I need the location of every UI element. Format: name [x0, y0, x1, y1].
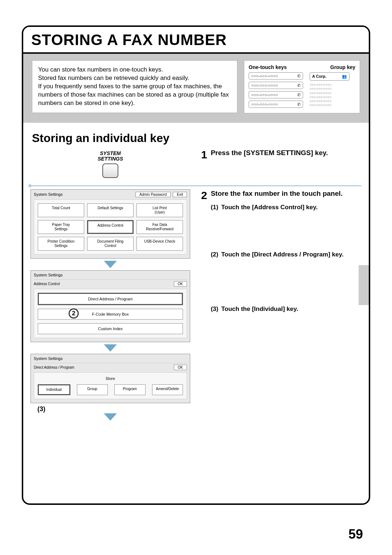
substep-3: Touch the [Individual] key. [221, 305, 298, 313]
arrow-down-icon [104, 413, 117, 421]
paper-tray-button[interactable]: Paper Tray Settings [38, 220, 84, 234]
substep-idx: (1) [211, 204, 219, 211]
page-frame: STORING A FAX NUMBER You can store fax n… [22, 25, 370, 505]
list-print-button[interactable]: List Print (User) [136, 203, 183, 217]
onetouch-key: ○○○-○○○-○○○○✆ [249, 101, 303, 108]
title-band: STORING A FAX NUMBER [23, 27, 369, 54]
phone-icon: ✆ [297, 74, 301, 78]
system-settings-hardkey[interactable] [102, 163, 118, 178]
substep-idx: (2) [211, 251, 219, 258]
breadcrumb: Direct Address / Program [34, 365, 74, 369]
store-label: Store [38, 376, 183, 381]
usb-check-button[interactable]: USB-Device Check [136, 237, 183, 251]
group-button[interactable]: Group [77, 384, 108, 395]
group-key-card: A Corp.👥 [310, 72, 350, 81]
onetouch-label: One-touch keys [249, 64, 287, 70]
step-number-2: 2 [201, 189, 207, 201]
total-count-button[interactable]: Total Count [38, 203, 84, 217]
group-number: ○○○-○○○-○○○○ [310, 83, 350, 87]
side-tab [359, 265, 369, 305]
ok-button[interactable]: OK [174, 281, 187, 287]
callout-3: (3) [37, 405, 45, 413]
step-1-text: Press the [SYSTEM SETTINGS] key. [211, 149, 328, 158]
page-title: STORING A FAX NUMBER [31, 31, 361, 49]
intro-block: You can store fax numbers in one-touch k… [23, 54, 369, 123]
phone-icon: ✆ [297, 102, 301, 107]
step-2-head: Store the fax number in the touch panel. [211, 189, 344, 198]
document-filing-button[interactable]: Document Filing Control [87, 237, 134, 251]
default-settings-button[interactable]: Default Settings [87, 203, 134, 217]
arrow-down-icon [104, 344, 117, 352]
substep-idx: (3) [211, 305, 219, 313]
section-title: Storing an individual key [32, 131, 369, 145]
fcode-memory-box-button[interactable]: F-Code Memory Box 2 [38, 309, 183, 320]
direct-address-program-button[interactable]: Direct Address / Program [38, 293, 183, 305]
individual-button[interactable]: Individual [38, 384, 70, 395]
callout-2: 2 [69, 308, 79, 319]
admin-password-button[interactable]: Admin Password [135, 192, 171, 197]
step-2: System Settings Admin Password Exit Tota… [23, 189, 369, 426]
substep-2: Touch the [Direct Address / Program] key… [221, 251, 343, 258]
ok-button[interactable]: OK [174, 365, 187, 370]
group-number: ○○○-○○○-○○○○ [310, 103, 350, 107]
divider [30, 185, 362, 186]
screen-direct-address: System Settings Direct Address / Program… [30, 354, 190, 403]
amend-delete-button[interactable]: Amend/Delete [152, 384, 183, 395]
phone-icon: ✆ [297, 83, 301, 88]
group-label: Group key [330, 64, 355, 70]
page-number: 59 [348, 527, 363, 542]
program-button[interactable]: Program [114, 384, 146, 395]
screen-address-control: System Settings Address Control OK Direc… [30, 270, 190, 342]
group-number: ○○○-○○○-○○○○ [310, 91, 350, 95]
fax-data-button[interactable]: Fax Data Receive/Forward [136, 220, 183, 234]
step-1: SYSTEM SETTINGS 1 Press the [SYSTEM SETT… [23, 149, 369, 182]
phone-icon: ✆ [297, 93, 301, 97]
group-number: ○○○-○○○-○○○○ [310, 95, 350, 99]
printer-condition-button[interactable]: Printer Condition Settings [38, 237, 84, 251]
key-illustration: One-touch keys Group key ○○○-○○○-○○○○✆ ○… [244, 60, 360, 113]
arrow-down-icon [104, 261, 117, 268]
group-number: ○○○-○○○-○○○○ [310, 87, 350, 91]
hardkey-label: SYSTEM SETTINGS [30, 151, 190, 162]
group-icon: 👥 [342, 74, 347, 79]
step-number-1: 1 [201, 149, 207, 160]
address-control-button[interactable]: Address Control [87, 220, 134, 234]
onetouch-key: ○○○-○○○-○○○○✆ [249, 82, 303, 89]
screen-title: System Settings [34, 192, 62, 197]
intro-text: You can store fax numbers in one-touch k… [32, 60, 237, 113]
screen-system-settings: System Settings Admin Password Exit Tota… [30, 189, 190, 259]
group-number: ○○○-○○○-○○○○ [310, 99, 350, 103]
screen-title: System Settings [34, 356, 62, 361]
screen-title: System Settings [34, 273, 62, 277]
onetouch-key: ○○○-○○○-○○○○✆ [249, 72, 303, 80]
exit-button[interactable]: Exit [173, 192, 187, 197]
custom-index-button[interactable]: Custom Index [38, 323, 183, 334]
onetouch-key: ○○○-○○○-○○○○✆ [249, 91, 303, 98]
substep-1: Touch the [Address Control] key. [221, 204, 318, 211]
breadcrumb: Address Control [34, 282, 60, 286]
